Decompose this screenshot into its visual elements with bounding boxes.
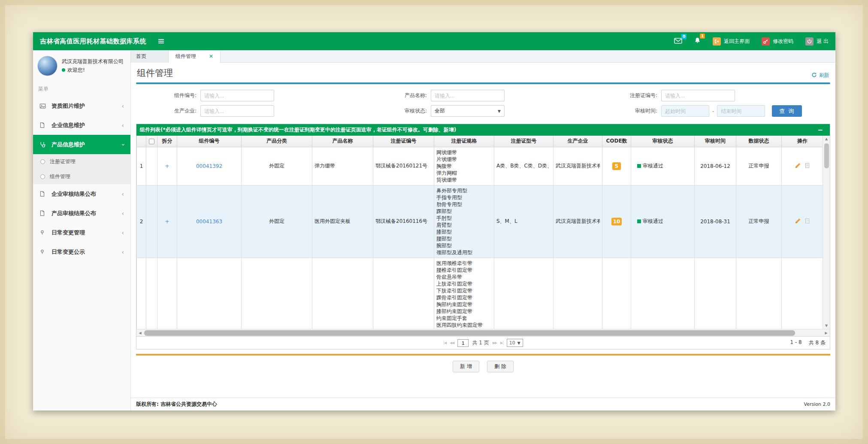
cell-seq: 1 [137,147,146,185]
cell-ops [782,258,823,329]
product-name-input[interactable] [431,90,505,101]
manufacturer-input[interactable] [200,105,274,117]
tab-close-icon[interactable]: ✕ [209,53,213,59]
cell-audit_status [631,258,695,329]
sidebar-subitem[interactable]: 组件管理 [33,169,130,184]
table-row: 2+00041363外固定医用外固定夹板鄂汉械备20160116号鼻外部专用型手… [137,185,823,258]
sidebar-subitem[interactable]: 注册证管理 [33,154,130,169]
spec-line: 鼻外部专用型 [436,187,492,194]
col-manufacturer: 生产企业 [553,136,602,147]
cell-split: + [157,147,177,185]
sidebar-item[interactable]: 企业信息维护‹ [33,116,130,135]
sidebar-item-label: 日常变更管理 [51,229,85,237]
next-page-icon[interactable]: ▶▶ [493,341,497,345]
collapse-panel-button[interactable]: − [814,126,826,134]
file-icon [39,191,47,197]
scroll-right-icon[interactable]: ▶ [823,331,830,335]
split-toggle[interactable]: + [165,163,169,169]
start-date-input[interactable] [661,105,709,117]
edit-icon[interactable] [795,162,801,170]
detail-icon[interactable] [804,218,810,225]
file-icon [39,122,47,128]
spec-line: 胸腹带 [436,163,492,170]
table-viewport: 拆分组件编号产品分类产品名称注册证编号注册证规格注册证型号生产企业CODE数审核… [136,136,823,329]
spec-line: 上肢牵引固定带 [436,280,492,287]
first-page-icon[interactable]: |◀ [443,341,446,345]
cell-models: S、M、L [494,185,553,258]
cell-code_count: 10 [602,185,631,258]
spec-line: 腰椎牵引固定带 [436,267,492,274]
notification-button[interactable]: 1 [694,37,701,46]
grid-title: 组件列表 [140,126,160,134]
return-main-button[interactable]: 返回主界面 [713,37,750,46]
edit-icon[interactable] [795,218,801,225]
tab-component-management[interactable]: 组件管理 ✕ [169,50,221,63]
scroll-down-icon[interactable]: ▼ [823,322,830,329]
sidebar-item[interactable]: 产品审核结果公布‹ [33,204,130,223]
horizontal-scrollbar[interactable]: ◀ ▶ [136,329,830,336]
tab-home[interactable]: 首页 [131,50,169,63]
sidebar-item[interactable]: 资质图片维护‹ [33,96,130,116]
mail-button[interactable]: 0 [674,37,682,46]
add-button[interactable]: 新 增 [453,361,479,372]
col-split: 拆分 [157,136,177,147]
component-no-input[interactable] [200,90,274,101]
cell-text: A类、B类、C类、D类、E [496,162,551,170]
spec-line: 手指专用型 [436,194,492,201]
prev-page-icon[interactable]: ◀◀ [450,341,454,345]
page-size-select[interactable]: 10 ▼ [507,339,523,347]
pagination-bar: |◀ ◀◀ 共 1 页 ▶▶ ▶| 10 ▼ 1 - [136,336,830,349]
delete-button[interactable]: 删 除 [487,361,514,372]
last-page-icon[interactable]: ▶| [500,341,503,345]
cell-text: 鄂汉械备20160116号 [375,218,432,225]
audit-status-select[interactable]: 全部 ▼ [431,105,505,117]
cell-text: 外固定 [244,218,310,225]
spec-line: 弹力网帽 [436,170,492,176]
sidebar-item-label: 产品审核结果公布 [51,210,96,217]
vertical-scrollbar[interactable]: ▲ ▼ [823,136,830,329]
page-title: 组件管理 [137,67,173,79]
sidebar-item-label: 企业审核结果公布 [51,190,96,198]
avatar[interactable] [37,56,57,76]
component-code-link[interactable]: 00041363 [196,219,222,225]
table-row: 医用颈椎牵引带腰椎牵引固定带骨盆悬吊带上肢牵引固定带下肢牵引固定带踝骨牵引固定带… [137,258,823,329]
horizontal-scroll-thumb[interactable] [144,330,795,336]
col-category: 产品分类 [242,136,312,147]
caret-down-icon: ▼ [498,109,501,113]
sidebar-item[interactable]: 日常变更公示‹ [33,242,130,262]
page-size-value: 10 [509,340,515,346]
mail-badge: 0 [681,34,687,39]
sidebar-item[interactable]: 日常变更管理‹ [33,223,130,242]
change-password-button[interactable]: 修改密码 [762,37,793,46]
hamburger-icon[interactable] [158,39,164,43]
detail-icon[interactable] [804,162,810,170]
refresh-button[interactable]: 刷新 [811,72,829,79]
end-date-input[interactable] [717,105,765,117]
cell-text: S、M、L [496,218,551,225]
cell-text: 正常申报 [738,218,779,225]
page-number-input[interactable] [457,339,469,347]
component-code-link[interactable]: 00041392 [196,163,222,169]
sidebar-item[interactable]: 产品信息维护‹ [33,135,130,154]
cell-text: 鄂汉械备20160121号 [375,162,432,170]
spec-line: 约束固定手套 [436,315,492,322]
version-text: Version 2.0 [804,401,830,407]
vertical-scroll-thumb[interactable] [824,143,829,168]
spec-line: 医用颈椎牵引带 [436,260,492,267]
cert-no-label: 注册证编号: [597,92,661,99]
cell-cert_no: 鄂汉械备20160116号 [373,185,434,258]
pin-icon [39,229,47,236]
split-toggle[interactable]: + [165,219,169,225]
scroll-up-icon[interactable]: ▲ [823,136,830,142]
welcome-text: 欢迎您! [67,66,85,74]
sidebar-item[interactable]: 企业审核结果公布‹ [33,184,130,204]
scroll-left-icon[interactable]: ◀ [136,331,144,335]
table-body: 1+00041392外固定弹力绷带鄂汉械备20160121号网状绷带片状绷带胸腹… [137,147,823,329]
select-all-checkbox[interactable] [149,139,154,144]
search-button[interactable]: 查 询 [772,105,802,117]
cert-no-input[interactable] [661,90,735,101]
logout-button[interactable]: 退 出 [805,37,829,46]
component-no-label: 组件编号: [136,92,200,99]
radio-icon [40,159,45,164]
cell-text: 外固定 [244,162,310,170]
